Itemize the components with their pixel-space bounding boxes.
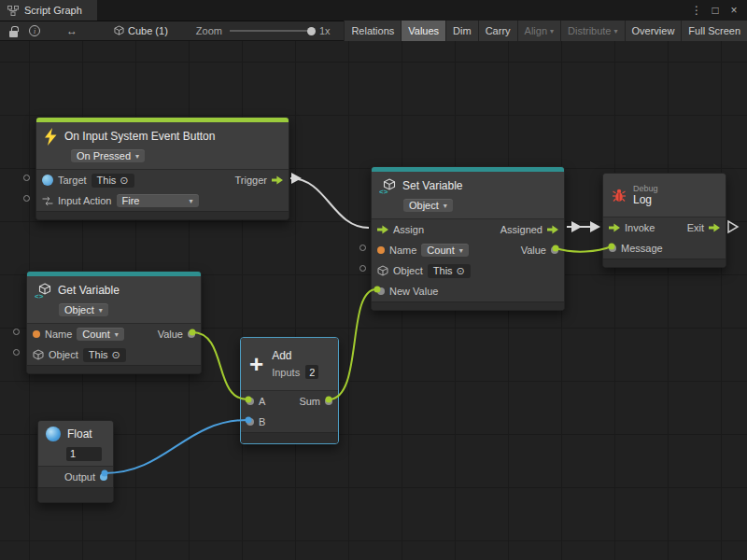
value-output-port[interactable] [188,330,195,338]
name-value-port[interactable] [33,330,40,338]
align-button[interactable]: Align▾ [517,21,560,41]
port-row-object: Object This ⊙ [27,344,201,365]
graph-canvas[interactable]: On Input System Event Button On Pressed … [0,41,747,560]
lightning-icon [44,128,58,146]
lock-icon[interactable] [9,31,18,37]
port-row-target: Target This ⊙ Trigger [36,170,289,190]
sum-output-port[interactable] [325,398,332,405]
node-float[interactable]: Float Output [37,420,114,503]
gameobject-type-icon [42,175,53,186]
button-label: Carry [486,25,511,36]
assign-label: Assign [393,224,424,235]
maximize-icon[interactable]: □ [708,4,723,17]
menu-icon[interactable]: ⋮ [689,4,704,17]
node-title: Float [67,427,92,441]
wire-arrowhead [571,221,582,232]
assign-flow-port[interactable] [377,225,388,234]
input-action-label: Input Action [58,195,112,206]
script-graph-icon [7,6,19,16]
caret-down-icon: ▾ [614,27,618,35]
assigned-flow-port[interactable] [547,225,558,234]
node-add[interactable]: Add Inputs A Sum B [240,337,339,444]
name-value-port[interactable] [377,246,385,254]
value-label: Value [521,245,546,256]
exit-arrow-indicator [728,221,738,232]
variable-icon: <> [35,283,51,299]
button-label: Dim [453,25,472,36]
a-input-port[interactable] [247,398,254,405]
event-mode-dropdown[interactable]: On Pressed ▾ [71,149,145,162]
titlebar: Script Graph ⋮ □ × [0,0,747,21]
toolbar-buttons: Relations Values Dim Carry Align▾ Distri… [344,21,747,41]
node-footer [36,211,289,219]
float-value-field[interactable] [66,447,102,461]
carry-button[interactable]: Carry [478,21,517,41]
variable-name-dropdown[interactable]: Count ▾ [421,244,468,257]
invoke-flow-port[interactable] [609,223,620,232]
variable-kind-dropdown[interactable]: Object ▾ [59,303,108,316]
port-row-output: Output [38,467,113,487]
object-chip[interactable]: This ⊙ [83,348,126,362]
chip-value: This [433,265,453,276]
node-set-variable[interactable]: <> Set Variable Object ▾ Assign Assigned [371,166,565,311]
node-header: On Input System Event Button On Pressed … [36,122,289,169]
dim-button[interactable]: Dim [445,21,478,41]
inputs-count-field[interactable] [305,365,318,379]
object-chip[interactable]: This ⊙ [428,264,471,278]
input-action-external-port[interactable] [23,195,30,202]
variable-name-dropdown[interactable]: Count ▾ [77,328,123,341]
overview-button[interactable]: Overview [625,21,682,41]
node-title: Add [272,349,318,362]
new-value-input-port[interactable] [377,287,385,295]
dropdown-value: Count [82,329,109,340]
caret-down-icon: ▾ [459,246,463,255]
dropdown-value: Object [409,200,439,211]
node-title: Get Variable [58,284,120,297]
values-button[interactable]: Values [401,21,445,41]
node-footer [38,487,113,502]
exit-flow-port[interactable] [709,223,720,232]
target-label: Target [58,175,87,186]
input-action-dropdown[interactable]: Fire ▾ [117,194,199,207]
variable-kind-dropdown[interactable]: Object ▾ [403,199,453,212]
value-output-port[interactable] [551,246,558,254]
exit-label: Exit [687,222,704,233]
svg-text:<>: <> [379,187,388,194]
sum-label: Sum [299,396,320,407]
get-object-external-port[interactable] [13,349,20,356]
trigger-flow-port[interactable] [272,175,283,185]
zoom-slider[interactable] [230,30,316,32]
target-object-chip[interactable]: This ⊙ [92,174,134,188]
relations-button[interactable]: Relations [344,21,401,41]
b-input-port[interactable] [247,418,254,426]
node-debug-log[interactable]: Debug Log Invoke Exit Message [602,173,726,268]
caret-down-icon: ▾ [550,27,554,35]
distribute-button[interactable]: Distribute▾ [560,21,624,41]
value-label: Value [158,329,183,340]
dropdown-value: On Pressed [77,150,131,161]
expand-icon[interactable] [66,24,77,37]
tab-script-graph[interactable]: Script Graph [0,0,97,21]
node-footer [241,432,338,443]
object-picker-icon: ⊙ [457,265,465,277]
node-body: Invoke Exit Message [603,217,726,259]
zoom-label: Zoom [196,25,222,36]
name-label: Name [389,245,416,256]
node-on-input-system-event-button[interactable]: On Input System Event Button On Pressed … [35,117,289,220]
graph-target[interactable]: Cube (1) [114,25,168,36]
port-row-a: A Sum [241,391,338,412]
message-input-port[interactable] [609,245,616,252]
variable-icon: <> [379,178,396,194]
dropdown-value: Object [64,304,94,315]
set-object-external-port[interactable] [359,265,366,272]
target-external-port[interactable] [23,175,30,181]
close-icon[interactable]: × [726,4,741,17]
get-name-external-port[interactable] [13,329,20,335]
output-port[interactable] [100,473,107,481]
fullscreen-button[interactable]: Full Screen [681,21,747,41]
button-label: Overview [632,25,675,36]
set-name-external-port[interactable] [359,245,366,251]
node-get-variable[interactable]: <> Get Variable Object ▾ Name Count [26,271,202,374]
zoom-slider-handle[interactable] [307,27,316,35]
info-icon[interactable] [29,25,40,36]
